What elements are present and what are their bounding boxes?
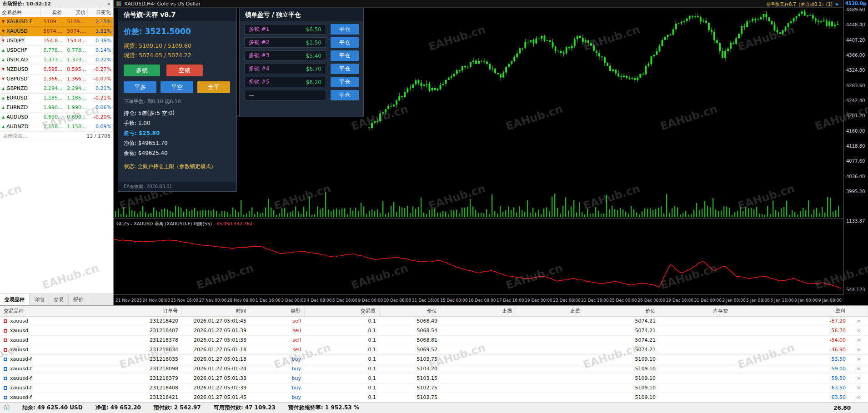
close-position-button[interactable]: × [849,317,868,326]
lock-order-box: 多锁 #2$1.50 [244,37,326,48]
tab-交易[interactable]: 交易 [49,294,69,305]
trade-position-row[interactable]: xauusd-f2312180982026.01.27 05:01:24buy0… [0,364,868,374]
trade-position-row[interactable]: xauusd-f2312184082026.01.27 05:01:39buy0… [0,383,868,393]
close-position-button[interactable]: × [849,364,868,373]
info-icon: ⓘ [4,404,10,412]
type-cell: sell [250,345,305,354]
ea-status-overlay: 信号旗天秤8.7（本自动0.1）(1) ⚑ [766,1,839,8]
equity-label: 净值: $49651.70 [124,139,231,147]
column-header[interactable]: 类型 [250,306,305,316]
swap-cell [659,355,732,364]
tab-交易品种[interactable]: 交易品种 [0,294,30,305]
axis-settings-icon[interactable]: ▦ [863,1,867,6]
close-lock-button[interactable]: 平仓 [331,50,359,61]
close-lock-button[interactable]: 平仓 [331,37,359,48]
close-lock-button[interactable]: 平仓 [331,24,359,35]
trade-position-row[interactable]: xauusd-f2312180352026.01.27 05:01:18buy0… [0,355,868,364]
market-watch-row[interactable]: ▲AUDNZD1.158...1.158...0.09% [0,122,113,132]
close-position-button[interactable]: × [849,336,868,345]
market-watch-row[interactable]: ▼XAUUSD-F5109....5109....2.15% [0,17,113,27]
short-lock-button[interactable]: 空锁 [166,65,203,76]
column-header[interactable]: 交易品种 [0,306,75,316]
price-axis-label: 4407.20 [846,38,865,43]
tab-报价[interactable]: 报价 [69,294,88,305]
trade-position-row[interactable]: xauusd2312184072026.01.27 05:01:39sell0.… [0,326,868,336]
swap-cell [659,364,732,373]
column-header[interactable]: 止损 [441,306,516,316]
column-header[interactable]: 价位 [380,306,441,316]
lock-order-label: 多锁 #1 [249,25,270,33]
column-header[interactable]: 交易品种 [0,8,41,17]
trade-position-row[interactable]: xauusd2312183782026.01.27 05:01:33sell0.… [0,336,868,345]
column-header[interactable]: 盈利 [732,306,849,316]
close-lock-button[interactable]: 平仓 [331,77,359,87]
close-position-button[interactable]: × [849,374,868,383]
spread-value: 价差: 3521.5000 [124,26,231,37]
symbol-cell: xauusd [0,317,75,326]
market-watch-row[interactable]: ▼XAUUSD5074....5074....1.31% [0,27,113,36]
trade-position-row[interactable]: xauusd-f2312183792026.01.27 05:01:33buy0… [0,374,868,383]
tp-cell [516,393,584,402]
price-axis-label: 4366.00 [846,53,865,58]
tab-详细[interactable]: 详细 [30,294,49,305]
column-header[interactable]: 止盈 [516,306,584,316]
market-watch-row[interactable]: ▼NZDUSD0.595...0.595...-0.27% [0,65,113,75]
column-header[interactable]: 库存费 [659,306,732,316]
column-header[interactable]: 价位 [584,306,659,316]
symbol-label: EURUSD [6,95,27,101]
market-watch-row[interactable]: ▲AUDUSD0.690...0.690...-0.20% [0,113,113,122]
bid-cell: 154.8... [41,36,65,45]
market-watch-row[interactable]: ▼GBPUSD1.366...1.366...-0.07% [0,75,113,84]
time-axis-label: 9 Dec 00:00 [358,298,383,303]
close-short-button[interactable]: 平空 [161,81,193,93]
close-position-button[interactable]: × [849,326,868,335]
market-watch-row[interactable]: ▼USDJPY154.8...154.8...0.39% [0,36,113,46]
position-layers-label: 持仓: 5层(多:5 空:0) [124,109,231,117]
trade-position-row[interactable]: xauusd-f2312184212026.01.27 05:01:45buy0… [0,393,868,403]
trade-position-row[interactable]: xauusd2312184202026.01.27 05:01:45sell0.… [0,317,868,326]
close-position-button[interactable]: × [849,393,868,402]
account-summary: 结余: 49 625.40 USD净值: 49 652.20预付款: 2 542… [22,404,372,412]
market-watch-row[interactable]: ▲EURNZD1.990...1.990...0.06% [0,103,113,113]
close-lock-button[interactable]: 平仓 [331,90,359,100]
close-icon[interactable]: × [107,0,111,8]
trade-position-row[interactable]: xauusd2312180342026.01.27 05:01:18sell0.… [0,345,868,355]
price-axis[interactable]: 4530.0 ▦ 4489.604448.404407.204366.00432… [843,0,868,294]
close-lock-button[interactable]: 平仓 [331,64,359,74]
close-all-button[interactable]: 全平 [197,81,230,93]
tp-cell [516,364,584,373]
profit-cell: 53.50 [732,355,849,364]
account-summary-item: 净值: 49 652.20 [95,404,141,411]
ask-cell: 1.373... [64,55,88,65]
column-header[interactable]: 卖价 [41,8,65,17]
time-cell: 2026.01.27 05:01:24 [182,364,250,373]
column-header[interactable]: 交易量 [305,306,380,316]
close-position-button[interactable]: × [849,383,868,393]
column-header[interactable]: 订单号 [75,306,182,316]
order-cell: 231218420 [75,317,182,326]
market-watch-row[interactable]: ▲EURUSD1.185...1.185...-0.21% [0,94,113,103]
price-axis-label: 4448.40 [846,22,865,28]
tick-down-icon: ▼ [2,77,5,81]
price-marker-tag: 4530.0 [845,1,863,6]
column-header[interactable]: 日变化 [88,8,113,17]
market-watch-row[interactable]: ▲GBPNZD2.294...2.294...0.21% [0,84,113,94]
column-header[interactable]: 买价 [64,8,88,17]
price-cell: 5102.75 [380,383,441,393]
chart-window: XAUUSD,H4: Gold vs US Dollar 信号旗天秤8.7（本自… [114,0,868,305]
close-position-button[interactable]: × [849,345,868,354]
trade-table-header: 交易品种订单号时间类型交易量价位止损止盈价位库存费盈利 [0,306,868,317]
position-symbol: xauusd-f [10,356,32,362]
market-watch-row[interactable]: ▲USDCAD1.373...1.373...0.22% [0,55,113,65]
sl-cell [441,326,516,335]
column-header[interactable]: 时间 [182,306,250,316]
position-symbol: xauusd-f [10,375,32,381]
close-long-button[interactable]: 平多 [124,81,156,93]
close-position-button[interactable]: × [849,355,868,364]
add-symbol-button[interactable]: 点击添加... [3,132,28,141]
time-axis[interactable]: 21 Nov 202524 Nov 08:0025 Nov 16:0027 No… [114,294,843,305]
long-lock-button[interactable]: 多锁 [124,65,160,76]
profit-cell: -54.00 [732,336,849,345]
indicator-subwindow[interactable]: GCZ5 - XAUUSD 乖离 (XAUUSD-F) 均衡(55) 35.05… [114,218,843,294]
market-watch-row[interactable]: ▲USDCHF0.778...0.778...0.14% [0,46,113,55]
